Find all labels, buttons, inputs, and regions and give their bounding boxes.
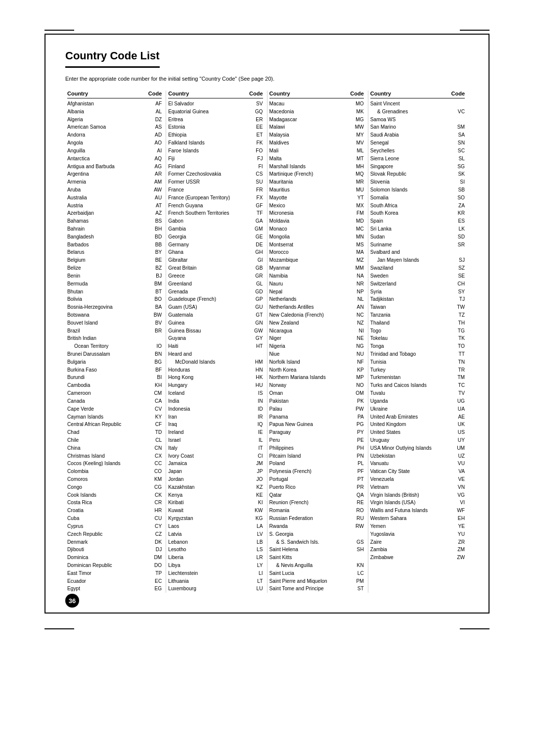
country-name: Peru <box>269 436 340 444</box>
country-name: Niger <box>269 334 340 342</box>
country-code: IO <box>140 342 162 350</box>
country-code: PY <box>340 428 364 436</box>
table-row: East TimorTP <box>67 569 162 577</box>
country-name: Fiji <box>168 155 239 163</box>
table-row: AfghanistanAF <box>67 100 162 108</box>
country-code: GT <box>239 311 263 319</box>
country-name: Kiribati <box>168 499 239 507</box>
table-row: EgyptEG <box>67 585 162 593</box>
table-row: & S. Sandwich Isls.GS <box>269 538 364 546</box>
table-row: Saint Pierre and MiquelonPM <box>269 577 364 585</box>
country-name: Netherlands <box>269 295 340 303</box>
table-row: LiberiaLR <box>168 554 263 562</box>
country-name: Indonesia <box>168 405 239 413</box>
country-name: Malaysia <box>269 131 340 139</box>
table-row: NauruNR <box>269 280 364 288</box>
country-name: Tadjikistan <box>370 295 441 303</box>
country-code: HM <box>241 358 263 366</box>
country-code: DZ <box>138 116 162 124</box>
country-name: Norway <box>269 381 340 389</box>
country-code: LT <box>239 577 263 585</box>
page-number: 36 <box>65 594 79 608</box>
country-code: FX <box>239 194 263 202</box>
country-name: Djibouti <box>67 546 138 554</box>
table-row: LebanonLB <box>168 538 263 546</box>
table-row: BeninBJ <box>67 272 162 280</box>
country-name: Vietnam <box>370 483 441 491</box>
column-2: CountryCodeEl SalvadorSVEquatorial Guine… <box>166 91 267 593</box>
country-name: Jordan <box>168 475 239 483</box>
country-code: ES <box>441 217 465 225</box>
country-code: US <box>441 428 465 436</box>
table-row: EthiopiaET <box>168 131 263 139</box>
table-row: BoliviaBO <box>67 295 162 303</box>
country-code: BD <box>138 233 162 241</box>
country-name: South Korea <box>370 209 441 217</box>
country-code: FJ <box>239 155 263 163</box>
country-code: RW <box>340 522 364 530</box>
table-row: BelizeBZ <box>67 264 162 272</box>
country-code: BR <box>138 327 162 335</box>
country-code: SA <box>441 131 465 139</box>
country-code: MT <box>340 155 364 163</box>
table-row: FranceFR <box>168 186 263 194</box>
country-name: Cambodia <box>67 381 138 389</box>
country-name: Georgia <box>168 233 239 241</box>
country-code: CF <box>138 421 162 428</box>
country-code: TC <box>441 381 465 389</box>
table-row: Sri LankaLK <box>370 225 465 233</box>
country-name: Venezuela <box>370 475 441 483</box>
table-row: New ZealandNZ <box>269 319 364 327</box>
table-row: SwazilandSZ <box>370 264 465 272</box>
country-name: Lesotho <box>168 546 239 554</box>
country-code: KY <box>138 413 162 421</box>
table-row: JapanJP <box>168 468 263 475</box>
country-name: Trinidad and Tobago <box>370 350 441 358</box>
country-code: JM <box>239 460 263 468</box>
table-row: Wallis and Futuna IslandsWF <box>370 507 465 515</box>
table-row: Russian FederationRU <box>269 515 364 522</box>
table-row: ChadTD <box>67 428 162 436</box>
country-name: French Southern Territories <box>168 209 239 217</box>
table-row: Saudi ArabiaSA <box>370 131 465 139</box>
table-row: Hong KongHK <box>168 374 263 381</box>
country-code: ID <box>239 405 263 413</box>
country-code: MM <box>340 264 364 272</box>
country-name: Saint Vincent <box>370 100 441 108</box>
country-code: SI <box>441 178 465 186</box>
table-row: JordanJO <box>168 475 263 483</box>
table-row: ItalyIT <box>168 444 263 452</box>
table-row: SloveniaSI <box>370 178 465 186</box>
country-code: GM <box>239 225 263 233</box>
table-row: LesothoLS <box>168 546 263 554</box>
table-row: North KoreaKP <box>269 366 364 374</box>
table-row: Former USSRSU <box>168 178 263 186</box>
country-code: GE <box>239 233 263 241</box>
country-code: SV <box>239 100 263 108</box>
country-code: ML <box>340 147 364 155</box>
country-name: Guatemala <box>168 311 239 319</box>
table-row: TogoTG <box>370 327 465 335</box>
country-code: MA <box>340 248 364 256</box>
country-code: PF <box>340 468 364 475</box>
country-name: Burundi <box>67 374 138 381</box>
country-name: Equatorial Guinea <box>168 108 239 116</box>
table-row: HaitiHT <box>168 342 263 350</box>
country-name: & Grenadines <box>370 108 443 116</box>
table-row: KenyaKE <box>168 491 263 499</box>
table-row: ZimbabweZW <box>370 554 465 562</box>
country-code: IE <box>239 428 263 436</box>
table-row: TaiwanTW <box>370 303 465 311</box>
country-name: Guyana <box>168 334 239 342</box>
country-name: Christmas Island <box>67 452 138 460</box>
country-code: BW <box>138 311 162 319</box>
country-code: DM <box>138 554 162 562</box>
country-code: NO <box>340 381 364 389</box>
country-name: Virgin Islands (USA) <box>370 499 441 507</box>
country-name: Finland <box>168 163 239 171</box>
table-row: Burkina FasoBF <box>67 366 162 374</box>
country-name: Former USSR <box>168 178 239 186</box>
table-row: TurkeyTR <box>370 366 465 374</box>
table-row: TadjikistanTJ <box>370 295 465 303</box>
country-code: AI <box>138 147 162 155</box>
